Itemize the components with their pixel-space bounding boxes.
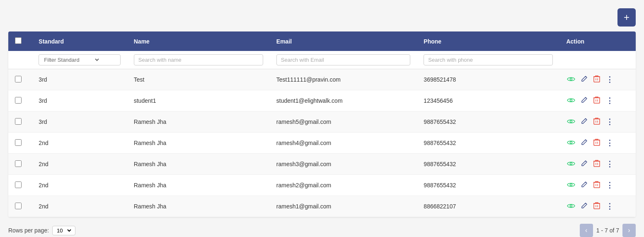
edit-button[interactable]: [580, 75, 588, 85]
row-email: ramesh1@gmail.com: [270, 196, 417, 217]
edit-icon: [581, 181, 588, 189]
more-vertical-icon: ⋮: [606, 118, 613, 126]
row-email: student1@elightwalk.com: [270, 90, 417, 111]
row-name: Ramesh Jha: [127, 154, 270, 175]
row-checkbox[interactable]: [15, 160, 22, 167]
filter-standard-select[interactable]: Filter Standard 1st 2nd 3rd: [42, 56, 100, 63]
svg-rect-2: [594, 77, 600, 82]
add-button[interactable]: +: [617, 8, 636, 27]
delete-button[interactable]: [593, 201, 601, 212]
search-phone-input[interactable]: [424, 54, 553, 65]
delete-button[interactable]: [593, 180, 601, 191]
filter-checkbox-col: [8, 51, 32, 69]
row-actions: ⋮: [559, 90, 636, 111]
row-email: ramesh4@gmail.com: [270, 133, 417, 154]
trash-icon: [593, 181, 600, 190]
more-vertical-icon: ⋮: [606, 97, 613, 104]
row-phone: 123456456: [417, 90, 559, 111]
svg-point-12: [567, 161, 575, 167]
delete-button[interactable]: [593, 159, 601, 169]
eye-icon: [567, 97, 575, 105]
row-checkbox-cell: [8, 90, 32, 111]
edit-button[interactable]: [580, 201, 588, 211]
delete-button[interactable]: [593, 138, 601, 148]
edit-button[interactable]: [580, 117, 588, 127]
row-checkbox-cell: [8, 133, 32, 154]
row-name: Ramesh Jha: [127, 111, 270, 133]
eye-icon: [567, 118, 575, 126]
more-button[interactable]: ⋮: [605, 202, 614, 211]
row-actions: ⋮: [559, 69, 636, 90]
rows-per-page-select[interactable]: 10 25 50 100: [55, 227, 73, 234]
table-row: 2nd Ramesh Jha ramesh1@gmail.com 8866822…: [8, 196, 636, 217]
row-checkbox[interactable]: [15, 139, 22, 146]
svg-point-6: [567, 118, 575, 124]
more-vertical-icon: ⋮: [606, 203, 613, 210]
view-button[interactable]: [566, 159, 576, 169]
view-button[interactable]: [566, 117, 576, 127]
row-email: Test111111@pravin.com: [270, 69, 417, 90]
row-checkbox[interactable]: [15, 203, 22, 209]
table-row: 3rd student1 student1@elightwalk.com 123…: [8, 90, 636, 111]
row-actions: ⋮: [559, 133, 636, 154]
row-checkbox[interactable]: [15, 76, 22, 82]
data-table: Standard Name Email Phone Action Filter …: [8, 31, 636, 217]
row-checkbox[interactable]: [15, 181, 22, 188]
select-all-checkbox[interactable]: [15, 37, 22, 44]
edit-icon: [581, 160, 588, 168]
row-checkbox[interactable]: [15, 97, 22, 104]
search-name-input[interactable]: [134, 54, 263, 65]
trash-icon: [593, 138, 600, 148]
trash-icon: [593, 160, 600, 169]
search-email-input[interactable]: [276, 54, 411, 65]
row-phone: 8866822107: [417, 196, 559, 217]
row-standard: 2nd: [32, 154, 127, 175]
edit-button[interactable]: [580, 96, 588, 106]
edit-icon: [581, 139, 588, 147]
row-phone: 9887655432: [417, 154, 559, 175]
delete-button[interactable]: [593, 116, 601, 127]
phone-header: Phone: [417, 31, 559, 51]
view-button[interactable]: [566, 201, 576, 212]
svg-rect-5: [594, 98, 600, 103]
view-button[interactable]: [566, 96, 576, 106]
row-checkbox-cell: [8, 154, 32, 175]
more-button[interactable]: ⋮: [605, 75, 614, 84]
svg-point-0: [567, 76, 575, 82]
svg-point-4: [570, 99, 572, 101]
row-checkbox[interactable]: [15, 118, 22, 125]
delete-button[interactable]: [593, 74, 601, 85]
table-row: 2nd Ramesh Jha ramesh2@gmail.com 9887655…: [8, 175, 636, 196]
view-button[interactable]: [566, 138, 576, 148]
trash-icon: [593, 96, 600, 105]
rows-per-page-section: Rows per page: 10 25 50 100: [8, 226, 75, 235]
more-button[interactable]: ⋮: [605, 96, 614, 105]
more-button[interactable]: ⋮: [605, 181, 614, 190]
row-email: ramesh2@gmail.com: [270, 175, 417, 196]
more-button[interactable]: ⋮: [605, 117, 614, 126]
edit-button[interactable]: [580, 180, 588, 190]
more-button[interactable]: ⋮: [605, 138, 614, 148]
edit-button[interactable]: [580, 138, 588, 148]
view-button[interactable]: [566, 180, 576, 191]
edit-button[interactable]: [580, 159, 588, 169]
svg-point-15: [567, 182, 575, 188]
pagination-section: ‹ 1 - 7 of 7 ›: [580, 224, 636, 237]
table-footer: Rows per page: 10 25 50 100 ‹ 1 - 7 of 7…: [8, 217, 636, 237]
more-button[interactable]: ⋮: [605, 160, 614, 169]
rows-per-page-select-wrap: 10 25 50 100: [52, 226, 75, 235]
row-phone: 9887655432: [417, 133, 559, 154]
row-checkbox-cell: [8, 175, 32, 196]
svg-rect-20: [594, 203, 600, 209]
eye-icon: [567, 75, 575, 84]
pagination-info: 1 - 7 of 7: [596, 227, 619, 234]
row-checkbox-cell: [8, 196, 32, 217]
row-name: Test: [127, 69, 270, 90]
eye-icon: [567, 202, 575, 211]
action-header: Action: [559, 31, 636, 51]
prev-page-button[interactable]: ‹: [580, 224, 593, 237]
view-button[interactable]: [566, 75, 576, 85]
next-page-button[interactable]: ›: [622, 224, 636, 237]
delete-button[interactable]: [593, 95, 601, 106]
row-name: Ramesh Jha: [127, 196, 270, 217]
